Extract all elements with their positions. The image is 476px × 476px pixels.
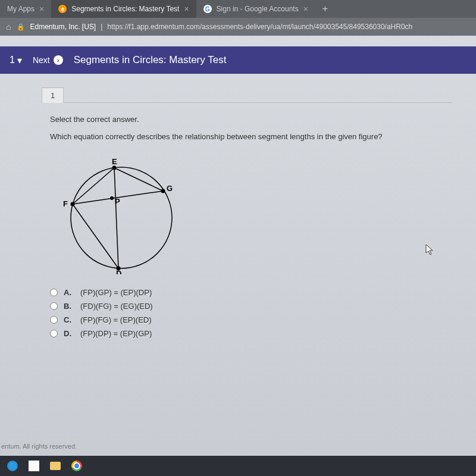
address-domain: Edmentum, Inc. [US] xyxy=(30,23,96,31)
page-title: Segments in Circles: Mastery Test xyxy=(74,54,227,66)
option-letter: B. xyxy=(64,302,74,311)
close-icon[interactable]: × xyxy=(39,4,44,14)
option-C[interactable]: C. (FP)(FG) = (EP)(ED) xyxy=(50,315,444,324)
home-icon[interactable]: ⌂ xyxy=(6,22,11,32)
segment-EG xyxy=(114,168,163,191)
close-icon[interactable]: × xyxy=(184,4,189,14)
label-D: D xyxy=(116,269,121,274)
option-letter: C. xyxy=(64,315,74,324)
radio-D[interactable] xyxy=(50,330,58,337)
question-stem: Which equation correctly describes the r… xyxy=(50,132,444,141)
browser-chrome: My Apps × e Segments in Circles: Mastery… xyxy=(0,0,476,36)
tab-google-signin[interactable]: G Sign in - Google Accounts × xyxy=(196,0,315,18)
content-area: 1 Select the correct answer. Which equat… xyxy=(0,74,476,355)
tab-label: Sign in - Google Accounts xyxy=(217,5,299,13)
instruction-text: Select the correct answer. xyxy=(50,115,444,124)
taskbar xyxy=(0,456,476,476)
question-body: Select the correct answer. Which equatio… xyxy=(42,102,452,355)
taskbar-store-icon[interactable] xyxy=(27,459,40,472)
next-button[interactable]: Next › xyxy=(33,55,63,65)
option-text: (FP)(GP) = (EP)(DP) xyxy=(80,288,152,297)
figure-svg: E G F D P xyxy=(50,149,187,274)
tab-row: My Apps × e Segments in Circles: Mastery… xyxy=(0,0,476,18)
address-row: ⌂ 🔒 Edmentum, Inc. [US] | https://f1.app… xyxy=(0,18,476,36)
segment-FD xyxy=(73,204,118,268)
address-url: https://f1.app.edmentum.com/assessments-… xyxy=(107,23,412,31)
footer-text: entum. All rights reserved. xyxy=(0,443,77,450)
circle-figure: E G F D P xyxy=(50,149,444,276)
question-counter[interactable]: 1 ▾ xyxy=(10,55,22,66)
cursor-icon xyxy=(425,244,435,258)
tab-label: Segments in Circles: Mastery Test xyxy=(71,5,179,13)
radio-C[interactable] xyxy=(50,316,58,324)
next-label: Next xyxy=(33,55,50,65)
answer-options: A. (FP)(GP) = (EP)(DP) B. (FD)(FG) = (EG… xyxy=(50,288,444,338)
address-sep: | xyxy=(101,23,102,31)
option-D[interactable]: D. (FP)(DP) = (EP)(GP) xyxy=(50,329,444,338)
app-header: 1 ▾ Next › Segments in Circles: Mastery … xyxy=(0,46,476,74)
option-B[interactable]: B. (FD)(FG) = (EG)(ED) xyxy=(50,302,444,311)
option-text: (FP)(FG) = (EP)(ED) xyxy=(80,315,152,324)
chevron-down-icon: ▾ xyxy=(17,55,22,66)
label-G: G xyxy=(167,184,173,193)
tab-my-apps[interactable]: My Apps × xyxy=(0,0,51,18)
taskbar-edge-icon[interactable] xyxy=(6,459,19,472)
counter-number: 1 xyxy=(10,55,15,65)
option-letter: D. xyxy=(64,329,74,338)
radio-B[interactable] xyxy=(50,302,58,310)
taskbar-folder-icon[interactable] xyxy=(49,459,62,472)
tab-label: My Apps xyxy=(7,5,35,13)
new-tab-button[interactable]: + xyxy=(315,0,335,18)
address-bar[interactable]: 🔒 Edmentum, Inc. [US] | https://f1.app.e… xyxy=(17,23,470,31)
radio-A[interactable] xyxy=(50,289,58,296)
close-icon[interactable]: × xyxy=(303,4,308,14)
tab-segments[interactable]: e Segments in Circles: Mastery Test × xyxy=(51,0,196,18)
circle-outline xyxy=(71,167,172,268)
option-A[interactable]: A. (FP)(GP) = (EP)(DP) xyxy=(50,288,444,297)
taskbar-chrome-icon[interactable] xyxy=(70,459,83,472)
arrow-right-icon: › xyxy=(54,55,63,65)
option-text: (FP)(DP) = (EP)(GP) xyxy=(80,329,152,338)
question-number-tab[interactable]: 1 xyxy=(42,87,64,103)
lock-icon: 🔒 xyxy=(17,23,25,31)
edmentum-favicon: e xyxy=(58,5,67,13)
label-F: F xyxy=(63,199,68,208)
option-text: (FD)(FG) = (EG)(ED) xyxy=(80,302,153,311)
label-E: E xyxy=(112,157,117,166)
option-letter: A. xyxy=(64,288,74,297)
google-favicon: G xyxy=(203,5,212,13)
chord-ED xyxy=(114,168,118,268)
